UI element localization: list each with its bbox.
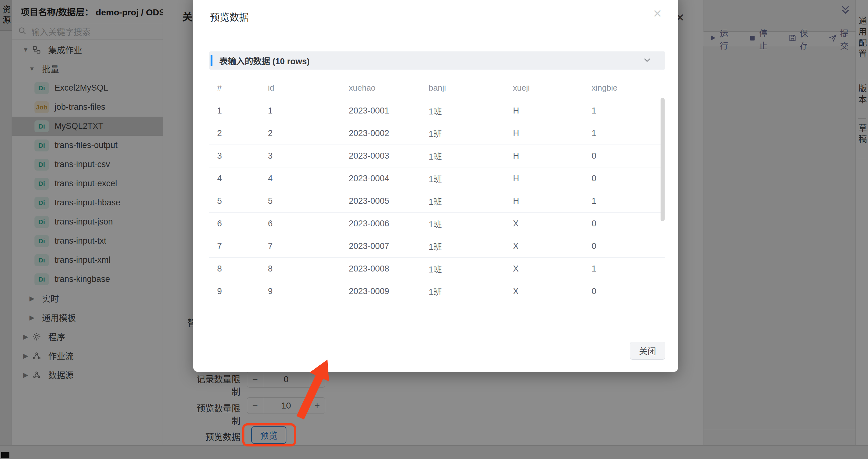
table-cell: 1班 [429, 127, 513, 140]
table-row: 112023-00011班H1 [209, 100, 665, 122]
table-cell: 2 [217, 128, 268, 138]
table-cell: 1班 [429, 263, 513, 275]
table-cell: X [513, 264, 592, 274]
table-cell: 2023-0008 [349, 264, 429, 274]
table-cell: 7 [217, 241, 268, 251]
accent-bar [211, 55, 213, 66]
table-cell: 2023-0004 [349, 174, 429, 183]
table-cell: 1 [217, 106, 268, 116]
table-cell: 8 [268, 264, 349, 274]
table-cell: 5 [268, 196, 349, 206]
table-row: 552023-00051班H1 [209, 190, 665, 212]
table-cell: 2023-0006 [349, 219, 429, 229]
table-cell: H [513, 151, 592, 161]
table-cell: 0 [592, 151, 665, 161]
table-cell: 3 [268, 151, 349, 161]
table-cell: 0 [592, 241, 665, 251]
modal-title: 预览数据 [210, 9, 249, 24]
table-row: 882023-00081班X1 [209, 258, 665, 280]
collapse-panel-header[interactable]: 表输入的数据 (10 rows) [209, 51, 665, 69]
table-cell: 0 [592, 287, 665, 296]
table-row: 222023-00021班H1 [209, 122, 665, 145]
table-cell: 3 [217, 151, 268, 161]
table-cell: 2023-0007 [349, 241, 429, 251]
preview-table-header: #idxuehaobanjixuejixingbie [209, 80, 665, 96]
table-cell: X [513, 241, 592, 251]
table-row: 662023-00061班X0 [209, 212, 665, 235]
table-cell: 1 [592, 196, 665, 206]
table-cell: 2023-0001 [349, 106, 429, 116]
table-cell: H [513, 106, 592, 116]
table-cell: 1班 [429, 240, 513, 252]
close-icon[interactable]: ✕ [653, 8, 662, 20]
table-cell: 1 [592, 106, 665, 116]
preview-data-modal: 预览数据 ✕ 表输入的数据 (10 rows) #idxuehaobanjixu… [193, 0, 678, 372]
table-cell: H [513, 196, 592, 206]
table-cell: 1班 [429, 150, 513, 162]
table-cell: H [513, 174, 592, 183]
table-scrollbar-thumb[interactable] [660, 98, 664, 221]
table-cell: 1班 [429, 285, 513, 296]
section-title: 表输入的数据 (10 rows) [219, 55, 310, 67]
table-cell: X [513, 287, 592, 296]
table-cell: 1 [268, 106, 349, 116]
table-cell: 8 [217, 264, 268, 274]
table-cell: 7 [268, 241, 349, 251]
table-cell: X [513, 219, 592, 229]
table-cell: 4 [268, 174, 349, 183]
app-root: 资源 项目名称/数据层： demo-proj / ODS 输入关键字搜索 ▼集成… [0, 0, 868, 459]
table-cell: 4 [217, 174, 268, 183]
preview-table-body: 112023-00011班H1222023-00021班H1332023-000… [209, 100, 665, 296]
table-cell: 9 [268, 287, 349, 296]
table-cell: 6 [217, 219, 268, 229]
table-cell: 9 [217, 287, 268, 296]
table-cell: 0 [592, 219, 665, 229]
table-row: 442023-00041班H0 [209, 167, 665, 190]
table-cell: 1班 [429, 172, 513, 185]
column-header: xuehao [349, 83, 429, 93]
column-header: xueji [513, 83, 592, 93]
table-cell: 1 [592, 128, 665, 138]
table-cell: 1 [592, 264, 665, 274]
table-row: 772023-00071班X0 [209, 235, 665, 258]
table-cell: 2023-0002 [349, 128, 429, 138]
column-header: xingbie [592, 83, 665, 93]
table-cell: 1班 [429, 105, 513, 117]
chevron-down-icon[interactable] [642, 55, 652, 66]
table-cell: 2 [268, 128, 349, 138]
column-header: banji [429, 83, 513, 93]
column-header: id [268, 83, 349, 93]
table-cell: 1班 [429, 218, 513, 230]
table-cell: 1班 [429, 195, 513, 207]
table-cell: 5 [217, 196, 268, 206]
table-cell: H [513, 128, 592, 138]
table-cell: 2023-0005 [349, 196, 429, 206]
table-cell: 2023-0003 [349, 151, 429, 161]
close-button[interactable]: 关闭 [630, 342, 665, 360]
table-cell: 6 [268, 219, 349, 229]
table-row: 992023-00091班X0 [209, 280, 665, 296]
table-cell: 2023-0009 [349, 287, 429, 296]
column-header: # [217, 83, 268, 93]
table-row: 332023-00031班H0 [209, 145, 665, 167]
table-cell: 0 [592, 174, 665, 183]
